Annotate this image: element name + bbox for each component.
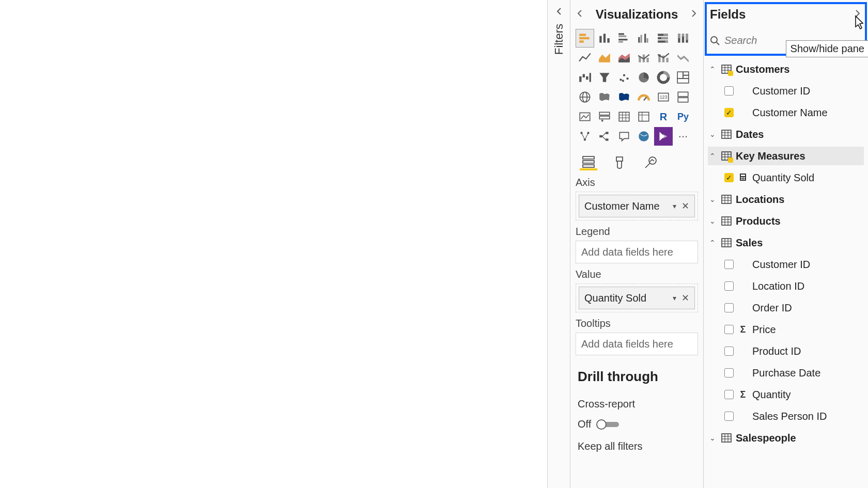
svg-rect-54	[678, 98, 688, 102]
shape-map-icon[interactable]	[615, 88, 633, 106]
area-chart-icon[interactable]	[595, 49, 614, 67]
line-clustered-column-icon[interactable]	[634, 49, 653, 67]
field-quantity[interactable]: Σ Quantity	[708, 385, 864, 404]
field-customer-id[interactable]: Customer ID	[708, 82, 864, 100]
multi-row-card-icon[interactable]	[674, 88, 692, 106]
ribbon-chart-icon[interactable]	[674, 49, 692, 67]
cross-report-toggle[interactable]: Off	[576, 418, 698, 430]
table-key-measures[interactable]: ⌃ Key Measures	[708, 147, 864, 165]
report-canvas[interactable]	[0, 0, 548, 488]
scatter-chart-icon[interactable]	[615, 68, 633, 87]
expand-icon[interactable]: ⌄	[708, 130, 717, 138]
checkbox[interactable]	[724, 412, 734, 421]
format-tab-icon[interactable]	[611, 155, 628, 170]
axis-field-pill[interactable]: Customer Name ▾ ✕	[579, 195, 695, 217]
legend-drop-zone[interactable]: Add data fields here	[576, 241, 698, 263]
table-customers[interactable]: ⌃ Customers	[708, 60, 864, 78]
checkbox[interactable]	[724, 325, 734, 334]
r-visual-icon[interactable]: R	[654, 107, 673, 126]
filters-pane-collapsed[interactable]: Filters	[548, 0, 570, 488]
kpi-icon[interactable]	[576, 107, 594, 126]
checkbox[interactable]	[724, 347, 734, 356]
line-chart-icon[interactable]	[576, 49, 594, 67]
svg-rect-8	[618, 39, 627, 40]
qa-visual-icon[interactable]	[615, 127, 633, 146]
more-visuals-icon[interactable]: ···	[674, 127, 692, 146]
python-visual-icon[interactable]: Py	[674, 107, 692, 126]
chevron-down-icon[interactable]: ▾	[673, 294, 676, 302]
field-sales-person-id[interactable]: Sales Person ID	[708, 407, 864, 426]
analytics-tab-icon[interactable]	[642, 155, 659, 170]
gauge-icon[interactable]	[634, 88, 653, 106]
expand-viz-icon[interactable]	[690, 9, 698, 20]
pie-chart-icon[interactable]	[634, 68, 653, 87]
checkbox[interactable]	[724, 368, 734, 377]
stacked-area-chart-icon[interactable]	[615, 49, 633, 67]
field-location-id[interactable]: Location ID	[708, 277, 864, 295]
table-salespeople[interactable]: ⌄ Salespeople	[708, 429, 864, 447]
svg-point-37	[619, 78, 622, 81]
checkbox[interactable]	[724, 260, 734, 269]
stacked-bar-chart-icon[interactable]	[576, 29, 594, 48]
field-sales-customer-id[interactable]: Customer ID	[708, 255, 864, 274]
checkbox[interactable]	[724, 108, 734, 117]
fields-tab-icon[interactable]	[580, 155, 597, 170]
decomposition-tree-icon[interactable]	[595, 127, 614, 146]
table-locations[interactable]: ⌄ Locations	[708, 190, 864, 209]
remove-field-icon[interactable]: ✕	[681, 200, 689, 212]
collapse-viz-icon[interactable]	[576, 9, 584, 20]
svg-rect-28	[646, 58, 648, 62]
stacked-column-chart-icon[interactable]	[595, 29, 614, 48]
svg-rect-15	[663, 34, 668, 36]
checkbox[interactable]	[724, 173, 734, 182]
table-icon	[721, 151, 732, 161]
expand-icon[interactable]: ⌄	[708, 217, 717, 225]
treemap-icon[interactable]	[674, 68, 692, 87]
table-dates[interactable]: ⌄ Dates	[708, 125, 864, 144]
card-icon[interactable]: 123	[654, 88, 673, 106]
remove-field-icon[interactable]: ✕	[681, 292, 689, 304]
clustered-column-chart-icon[interactable]	[634, 29, 653, 48]
expand-icon[interactable]: ⌄	[708, 434, 717, 442]
table-sales[interactable]: ⌃ Sales	[708, 233, 864, 252]
table-products[interactable]: ⌄ Products	[708, 212, 864, 230]
powerapps-visual-icon[interactable]	[654, 127, 673, 146]
axis-label: Axis	[576, 177, 698, 188]
collapse-icon[interactable]: ⌃	[708, 152, 717, 160]
checkbox[interactable]	[724, 390, 734, 399]
map-icon[interactable]	[576, 88, 594, 106]
collapse-icon[interactable]: ⌃	[708, 239, 717, 247]
value-field-pill[interactable]: Quantity Sold ▾ ✕	[579, 287, 695, 309]
svg-rect-104	[744, 177, 745, 178]
filled-map-icon[interactable]	[595, 88, 614, 106]
checkbox[interactable]	[724, 303, 734, 312]
matrix-icon[interactable]	[634, 107, 653, 126]
show-hide-tooltip: Show/hide pane	[786, 40, 868, 57]
expand-filters-icon[interactable]	[555, 7, 563, 15]
slicer-icon[interactable]	[595, 107, 614, 126]
tooltips-drop-zone[interactable]: Add data fields here	[576, 333, 698, 355]
key-influencers-icon[interactable]	[576, 127, 594, 146]
funnel-chart-icon[interactable]	[595, 68, 614, 87]
arcgis-map-icon[interactable]	[634, 127, 653, 146]
collapse-fields-icon[interactable]	[854, 9, 862, 20]
donut-chart-icon[interactable]	[654, 68, 673, 87]
field-customer-name[interactable]: Customer Name	[708, 103, 864, 122]
table-icon[interactable]	[615, 107, 633, 126]
hundred-stacked-bar-icon[interactable]	[654, 29, 673, 48]
checkbox[interactable]	[724, 281, 734, 291]
collapse-icon[interactable]: ⌃	[708, 65, 717, 73]
clustered-bar-chart-icon[interactable]	[615, 29, 633, 48]
line-stacked-column-icon[interactable]	[654, 49, 673, 67]
chevron-down-icon[interactable]: ▾	[673, 202, 676, 210]
field-price[interactable]: Σ Price	[708, 320, 864, 339]
svg-line-75	[602, 136, 606, 140]
field-order-id[interactable]: Order ID	[708, 298, 864, 317]
field-quantity-sold[interactable]: Quantity Sold	[708, 168, 864, 187]
field-product-id[interactable]: Product ID	[708, 342, 864, 360]
checkbox[interactable]	[724, 86, 734, 96]
field-purchase-date[interactable]: Purchase Date	[708, 364, 864, 382]
waterfall-chart-icon[interactable]	[576, 68, 594, 87]
hundred-stacked-column-icon[interactable]	[674, 29, 692, 48]
expand-icon[interactable]: ⌄	[708, 195, 717, 203]
